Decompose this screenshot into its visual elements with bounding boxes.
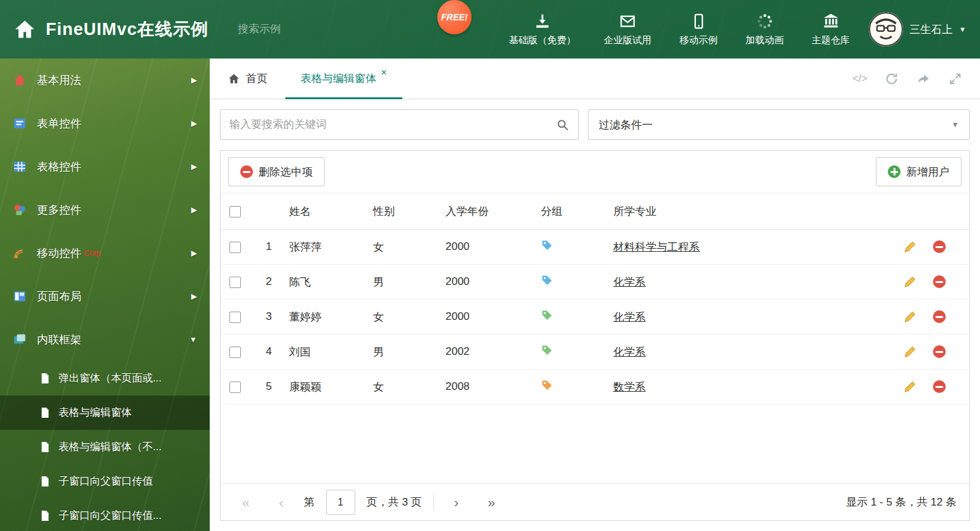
delete-row-icon[interactable] [933,345,946,358]
delete-row-icon[interactable] [933,310,946,323]
sidebar-subitem-label: 表格与编辑窗体（不... [58,440,161,454]
pager-next-button[interactable]: › [446,495,468,510]
column-header-major: 所学专业 [606,204,899,219]
search-icon[interactable] [556,118,569,132]
nav-basic-free[interactable]: 基础版（免费） [509,13,576,46]
header-search [238,22,371,36]
delete-selected-label: 删除选中项 [259,165,313,179]
row-checkbox[interactable] [229,277,241,288]
share-icon[interactable] [916,72,930,86]
delete-row-icon[interactable] [933,240,946,253]
bank-icon [822,13,840,30]
row-checkbox[interactable] [229,242,241,253]
table-empty-space [221,404,969,483]
edit-pencil-icon[interactable] [903,275,916,289]
delete-row-icon[interactable] [933,380,946,393]
select-all-checkbox[interactable] [229,206,241,217]
chevron-right-icon: ▶ [191,249,197,258]
sidebar-item-page-layout[interactable]: 页面布局 ▶ [0,275,210,318]
nav-loading-animation[interactable]: 加载动画 [745,13,784,46]
table-row: 3 董婷婷 女 2000 化学系 [221,300,969,334]
edit-pencil-icon[interactable] [903,380,916,394]
tab-home[interactable]: 首页 [210,59,285,99]
pager-label-after: 页，共 3 页 [367,495,422,509]
tab-bar: 首页 表格与编辑窗体 ✕ </> [210,59,980,99]
column-header-gender: 性别 [365,204,438,219]
row-checkbox[interactable] [229,347,241,358]
tag-icon [541,379,553,391]
delete-selected-button[interactable]: 删除选中项 [228,157,325,186]
nav-enterprise-trial[interactable]: 企业版试用 [604,13,651,46]
row-checkbox[interactable] [229,312,241,323]
plus-circle-icon [888,165,901,178]
major-link[interactable]: 化学系 [613,346,646,358]
sidebar-item-label: 基本用法 [37,72,81,88]
cell-gender: 女 [365,380,438,394]
sidebar-item-label: 内联框架 [37,332,81,347]
sidebar-item-iframe[interactable]: 内联框架 ▼ [0,318,210,361]
keyword-search-input[interactable] [229,118,556,131]
edit-pencil-icon[interactable] [903,240,916,254]
major-link[interactable]: 化学系 [613,311,646,323]
tag-icon [541,344,553,356]
home-icon [228,72,240,85]
cell-name: 陈飞 [282,275,365,289]
sidebar-subitem-grid-edit-window[interactable]: 表格与编辑窗体 [0,396,210,430]
filter-dropdown-value: 过滤条件一 [599,118,653,132]
sidebar-item-label: 表单控件 [37,116,81,131]
frames-icon [13,333,27,347]
sidebar-subitem-popup-window[interactable]: 弹出窗体（本页面或... [0,361,210,396]
major-link[interactable]: 材料科学与工程系 [613,241,700,253]
user-menu[interactable]: 三生石上 ▼ [869,12,966,46]
nav-label: 移动示例 [679,34,718,46]
sidebar-item-grid-controls[interactable]: 表格控件 ▶ [0,145,210,188]
page-icon [39,373,51,384]
add-user-button[interactable]: 新增用户 [876,157,962,186]
page-number-input[interactable] [326,490,355,515]
close-icon[interactable]: ✕ [381,68,387,77]
major-link[interactable]: 化学系 [613,276,646,288]
cell-gender: 女 [365,240,438,254]
edit-pencil-icon[interactable] [903,345,916,359]
sidebar-subitem-child-to-parent-2[interactable]: 子窗口向父窗口传值... [0,499,210,531]
sidebar-item-more-controls[interactable]: 更多控件 ▶ [0,188,210,231]
sidebar-item-label: 移动控件 [37,245,81,261]
corp-badge: Corp. [84,249,102,258]
code-icon[interactable]: </> [853,72,867,86]
edit-pencil-icon[interactable] [903,310,916,324]
header-search-input[interactable] [238,23,378,36]
major-link[interactable]: 数学系 [613,381,646,393]
sidebar-item-mobile-controls[interactable]: 移动控件 Corp. ▶ [0,231,210,275]
sidebar-item-basic-usage[interactable]: 基本用法 ▶ [0,59,210,102]
chevron-down-icon: ▼ [959,25,966,33]
mail-icon [619,13,636,30]
filter-dropdown[interactable]: 过滤条件一 ▼ [588,109,970,140]
nav-mobile-demo[interactable]: 移动示例 [679,13,718,46]
delete-row-icon[interactable] [933,275,946,288]
chevron-right-icon: ▶ [191,76,197,85]
sidebar-subitem-grid-edit-window-2[interactable]: 表格与编辑窗体（不... [0,430,210,464]
pager-prev-button[interactable]: ‹ [270,495,292,510]
nav-label: 主题仓库 [812,34,850,46]
nav-theme-store[interactable]: 主题仓库 [812,13,850,46]
expand-icon[interactable] [948,72,962,86]
refresh-icon[interactable] [885,72,899,86]
tab-grid-edit-window[interactable]: 表格与编辑窗体 ✕ [285,59,402,99]
free-badge: FREE! [437,0,472,34]
pager-divider [433,494,434,511]
pager-last-button[interactable]: » [479,495,505,510]
row-checkbox[interactable] [229,382,241,393]
nav-label: 加载动画 [745,34,784,46]
sidebar-subitem-label: 子窗口向父窗口传值 [58,474,153,488]
sidebar-subitem-child-to-parent[interactable]: 子窗口向父窗口传值 [0,464,210,499]
sidebar-subitem-label: 表格与编辑窗体 [58,406,132,420]
page-icon [39,441,51,453]
pager-first-button[interactable]: « [233,495,259,510]
page: FineUIMvc在线示例 FREE! 基础版（免费） 企业版试用 [0,0,980,531]
nav-label: 企业版试用 [604,34,651,46]
download-icon [534,13,551,30]
sidebar-item-form-controls[interactable]: 表单控件 ▶ [0,102,210,145]
home-logo-icon[interactable] [14,18,36,40]
shapes-icon [13,203,27,217]
tag-icon [541,274,553,286]
